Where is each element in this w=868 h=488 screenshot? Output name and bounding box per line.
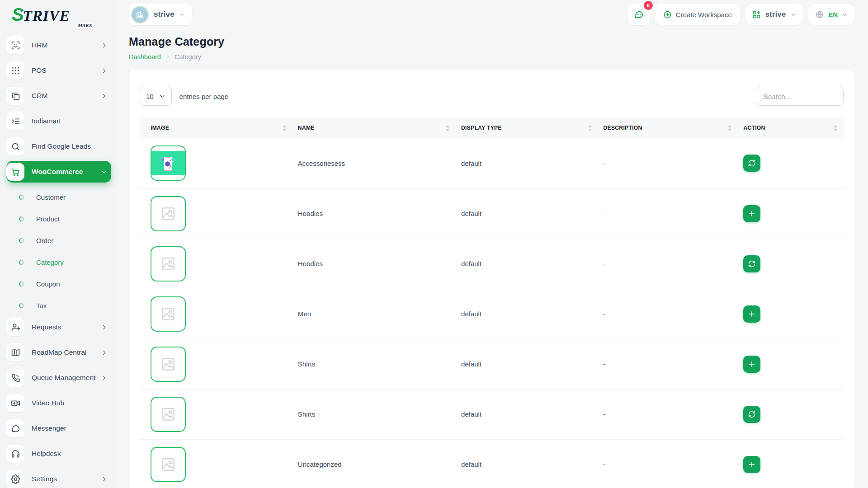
sidebar-icon-box	[6, 318, 24, 336]
add-category-button[interactable]	[743, 305, 760, 323]
sort-arrows-icon[interactable]	[728, 125, 731, 131]
app-selector[interactable]: strive	[745, 4, 803, 25]
category-image-thumbnail[interactable]	[151, 397, 186, 432]
column-label: ACTION	[743, 125, 765, 131]
map-icon	[11, 348, 20, 357]
sidebar-item-requests[interactable]: Requests	[6, 316, 111, 338]
sidebar-item-queue-management[interactable]: Queue Management	[6, 367, 111, 389]
category-image-thumbnail[interactable]	[151, 196, 186, 231]
add-category-button[interactable]	[743, 356, 760, 373]
sidebar-item-label: CRM	[32, 92, 101, 100]
sidebar-item-find-google-leads[interactable]: Find Google Leads	[6, 136, 111, 157]
sidebar-item-woocommerce[interactable]: WooCommerce	[6, 161, 111, 183]
sidebar-icon-box	[6, 61, 24, 80]
sidebar-item-indiamart[interactable]: Indiamart	[6, 110, 111, 132]
sort-arrows-icon[interactable]	[446, 125, 449, 131]
cart-icon	[11, 167, 20, 177]
display-type-cell: default	[456, 239, 598, 289]
sidebar-subitem-label: Coupon	[36, 280, 60, 288]
sidebar-subitem-order[interactable]: Order	[6, 230, 111, 251]
sidebar-item-pos[interactable]: POS	[6, 60, 111, 81]
grid-dots-icon	[11, 66, 20, 75]
sync-category-button[interactable]	[743, 255, 760, 272]
workspace-selector[interactable]: strive	[129, 4, 192, 25]
language-selector[interactable]: EN	[808, 4, 854, 25]
category-name-cell: Shirts	[292, 389, 456, 439]
sidebar-item-messenger[interactable]: Messenger	[6, 418, 111, 439]
sidebar-subitem-tax[interactable]: Tax	[6, 295, 111, 316]
sidebar-item-helpdesk[interactable]: Helpdesk	[6, 443, 111, 465]
search-input[interactable]	[757, 87, 844, 106]
sidebar-icon-box	[6, 137, 24, 155]
chevron-right-icon	[101, 375, 108, 381]
chat-button[interactable]: 0	[628, 4, 650, 25]
column-header-display-type[interactable]: DISPLAY TYPE	[456, 117, 598, 138]
sort-arrows-icon[interactable]	[588, 125, 592, 131]
column-header-action[interactable]: ACTION	[738, 117, 844, 138]
image-placeholder-icon	[160, 256, 176, 272]
category-image-thumbnail[interactable]	[151, 145, 186, 181]
table-controls: 10 entries per page	[140, 87, 844, 106]
message-dots-icon	[634, 9, 644, 19]
submenu-bullet-icon	[18, 193, 25, 201]
page-size-select[interactable]: 10	[140, 87, 172, 106]
sidebar-subitem-product[interactable]: Product	[6, 208, 111, 230]
breadcrumb-dashboard-link[interactable]: Dashboard	[129, 53, 161, 61]
sidebar-subitem-category[interactable]: Category	[6, 251, 111, 273]
table-row: Hoodiesdefault-	[140, 188, 844, 239]
add-category-button[interactable]	[743, 205, 760, 222]
sidebar-item-label: HRM	[32, 41, 101, 49]
table-row: Shirtsdefault-	[140, 339, 844, 389]
sync-category-button[interactable]	[743, 406, 760, 423]
chevron-down-icon	[159, 93, 165, 99]
table-row: Mendefault-	[140, 289, 844, 339]
plus-icon	[748, 210, 756, 218]
sidebar-item-crm[interactable]: CRM	[6, 85, 111, 107]
breadcrumb-current: Category	[175, 53, 201, 61]
column-header-description[interactable]: DESCRIPTION	[598, 117, 738, 138]
category-image-thumbnail[interactable]	[151, 296, 186, 332]
page-header: Manage Category Dashboard Category	[118, 25, 868, 61]
category-image-thumbnail[interactable]	[151, 246, 186, 282]
page-title: Manage Category	[129, 35, 868, 48]
chevron-right-icon	[165, 54, 170, 60]
copy-icon	[11, 91, 20, 101]
sidebar-item-video-hub[interactable]: Video Hub	[6, 392, 111, 414]
topbar-actions: 0 Create Workspace strive EN	[628, 4, 854, 25]
sidebar-item-hrm[interactable]: HRM	[6, 34, 111, 56]
sidebar-icon-box	[6, 36, 24, 54]
category-image-thumbnail[interactable]	[151, 447, 186, 482]
table-header-row: IMAGENAMEDISPLAY TYPEDESCRIPTIONACTION	[140, 117, 844, 138]
sidebar-subitem-customer[interactable]: Customer	[6, 186, 111, 208]
sidebar-subitem-coupon[interactable]: Coupon	[6, 273, 111, 295]
sidebar-item-label: Messenger	[32, 424, 111, 432]
sync-icon	[748, 410, 756, 418]
table-row: Accessoriesessdefault-	[140, 138, 844, 188]
sidebar-icon-box	[6, 87, 24, 105]
plus-icon	[748, 310, 756, 318]
message-icon	[11, 424, 20, 433]
sidebar-item-settings[interactable]: Settings	[6, 468, 111, 488]
sync-category-button[interactable]	[743, 155, 760, 172]
sort-arrows-icon[interactable]	[283, 125, 286, 131]
category-table: IMAGENAMEDISPLAY TYPEDESCRIPTIONACTION A…	[140, 117, 844, 488]
create-workspace-button[interactable]: Create Workspace	[655, 4, 740, 25]
plus-icon	[748, 460, 756, 469]
table-row: Hoodiesdefault-	[140, 239, 844, 289]
column-header-name[interactable]: NAME	[292, 117, 456, 138]
image-placeholder-icon	[160, 457, 176, 472]
column-header-image[interactable]: IMAGE	[140, 117, 292, 138]
table-row: Uncategorizeddefault-	[140, 439, 844, 488]
sidebar-item-label: Video Hub	[32, 399, 111, 407]
sidebar-item-label: Find Google Leads	[32, 142, 111, 150]
sort-arrows-icon[interactable]	[834, 125, 837, 131]
sidebar-item-label: Queue Management	[32, 374, 101, 382]
display-type-cell: default	[456, 439, 598, 488]
sidebar-subitem-label: Order	[36, 237, 53, 244]
sync-icon	[748, 159, 756, 167]
category-image-thumbnail[interactable]	[151, 347, 186, 382]
sidebar-item-roadmap-central[interactable]: RoadMap Central	[6, 342, 111, 363]
add-category-button[interactable]	[743, 456, 760, 473]
brand-logo[interactable]: STRIVE MAKE	[12, 5, 98, 31]
submenu-bullet-icon	[18, 280, 25, 287]
